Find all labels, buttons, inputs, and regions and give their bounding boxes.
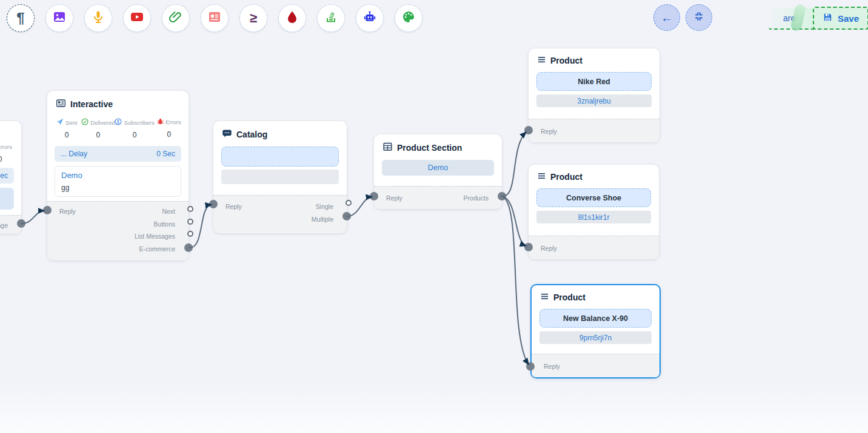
floppy-disk-icon (823, 12, 833, 24)
edge-products-to-product-1[interactable] (502, 132, 526, 196)
output-label-buttons: Buttons (153, 220, 189, 228)
product-name-box[interactable]: Nike Red (536, 72, 652, 91)
node-product-3[interactable]: Product New Balance X-90 9prn5rji7n Repl… (530, 284, 661, 378)
product-retailer-id-box[interactable]: 9prn5rji7n (539, 331, 652, 344)
toolbar-item-file[interactable] (162, 4, 190, 32)
save-button-label: Save (838, 13, 859, 24)
input-handle-reply[interactable] (526, 362, 535, 371)
product-retailer-id-box[interactable]: 3znaljrebu (536, 94, 652, 107)
input-handle-reply[interactable] (524, 243, 533, 251)
toolbar-item-template[interactable] (201, 4, 229, 32)
input-label-reply: Reply (532, 363, 560, 370)
news-card-icon (207, 10, 222, 27)
input-handle-reply[interactable] (370, 192, 378, 200)
catalog-body-input[interactable] (221, 147, 339, 167)
delay-row[interactable]: 0 Sec (0, 168, 14, 183)
node-title: Product Section (397, 143, 462, 153)
node-title-row: Product Section (374, 134, 502, 154)
product-name-box[interactable]: Converse Shoe (536, 188, 651, 207)
stat-value: 0 (155, 130, 184, 139)
stat-sent: Sent 0 (52, 118, 81, 139)
flow-canvas[interactable]: ¶ ≥ ← (0, 0, 868, 433)
stat-value: 0 (115, 131, 154, 139)
output-handle-single[interactable] (346, 200, 352, 206)
section-name-box[interactable]: Demo (382, 160, 494, 176)
interactive-card-icon (56, 98, 66, 110)
edge-products-to-product-3[interactable] (502, 196, 529, 365)
node-product-1[interactable]: Product Nike Red 3znaljrebu Reply (529, 48, 659, 142)
output-label-list-messages: List Messages (135, 233, 189, 240)
hamburger-icon (537, 55, 546, 66)
output-handle-multiple[interactable] (342, 212, 351, 220)
stat-errors: Errors 0 (0, 143, 16, 164)
stats-row: Sent 0 Delivered 0 Subscribers 0 (47, 110, 189, 139)
toolbar-item-video[interactable] (123, 4, 151, 32)
node-interactive[interactable]: Interactive Sent 0 Delivered 0 (47, 91, 189, 260)
fit-view-button[interactable] (686, 4, 712, 31)
product-name: Nike Red (578, 78, 610, 86)
stat-value: 0 (52, 131, 81, 139)
node-catalog[interactable]: Catalog Reply Single Multiple (213, 121, 347, 233)
node-product-2[interactable]: Product Converse Shoe 8l1s1kir1r Reply (529, 165, 659, 259)
input-label-reply: Reply (374, 194, 402, 202)
output-handle-buttons[interactable] (187, 219, 193, 225)
output-label-multiple: Multiple (312, 216, 347, 223)
node-title: Product (553, 293, 586, 302)
paperclip-icon (169, 10, 183, 27)
input-handle-reply[interactable] (43, 206, 52, 214)
node-title-row: Product (529, 48, 659, 66)
stat-delivered: Delivered 0 (81, 118, 115, 139)
message-content-box[interactable]: Demo gg (55, 166, 181, 197)
node-footer: Reply (532, 354, 659, 377)
input-label-reply: Reply (529, 128, 557, 135)
toolbar-item-bot[interactable] (356, 4, 384, 32)
message-content-box[interactable] (0, 188, 14, 210)
toolbar-item-audio[interactable] (84, 4, 112, 32)
node-title: Product (550, 172, 583, 182)
stat-label: Subscribers (124, 119, 154, 126)
edge-products-to-product-2[interactable] (502, 196, 526, 246)
delay-label: ... Delay (61, 150, 87, 158)
save-button[interactable]: Save (813, 7, 868, 30)
chat-bubble-icon (222, 128, 232, 140)
output-handle-list-messages[interactable] (187, 231, 193, 237)
stat-label: Errors (0, 144, 12, 150)
toolbar-item-sequence[interactable] (317, 4, 345, 32)
message-title: Demo (61, 171, 175, 180)
output-handle-products[interactable] (498, 192, 506, 200)
delay-row[interactable]: ... Delay 0 Sec (55, 146, 181, 162)
output-handle-message[interactable] (17, 219, 25, 228)
toolbar-item-condition[interactable]: ≥ (239, 4, 267, 32)
toolbar-item-theme[interactable] (395, 4, 422, 32)
input-handle-reply[interactable] (524, 126, 533, 134)
toolbar-item-image[interactable] (45, 4, 73, 32)
pilcrow-icon: ¶ (16, 11, 24, 25)
product-retailer-id-box[interactable]: 8l1s1kir1r (536, 211, 651, 223)
output-label-next: Next (162, 208, 189, 215)
stack-icon (324, 10, 338, 27)
stat-label: Delivered (90, 119, 115, 126)
output-handle-ecommerce[interactable] (184, 243, 193, 252)
node-title-row: Product (532, 285, 659, 303)
node-title: Product (550, 56, 583, 65)
back-button[interactable]: ← (653, 4, 680, 31)
output-label-single: Single (316, 203, 347, 210)
product-name-box[interactable]: New Balance X-90 (539, 309, 652, 328)
input-handle-reply[interactable] (209, 200, 218, 208)
output-handle-next[interactable] (187, 206, 193, 212)
bug-icon (157, 118, 164, 126)
stat-value: 0 (81, 131, 115, 139)
node-footer: Reply (529, 236, 659, 259)
product-name: New Balance X-90 (563, 314, 628, 323)
node-footer: Reply Products (374, 186, 502, 209)
product-retailer-id: 8l1s1kir1r (578, 213, 609, 222)
catalog-footer-input[interactable] (221, 170, 339, 184)
node-message-partial[interactable]: Errors 0 0 Sec Message (0, 121, 21, 234)
stat-subscribers: Subscribers 0 (115, 118, 154, 139)
node-product-section[interactable]: Product Section Demo Reply Products (374, 134, 502, 209)
toolbar-item-drip[interactable] (278, 4, 306, 32)
product-retailer-id: 9prn5rji7n (579, 334, 612, 342)
stat-errors: Errors 0 (155, 118, 184, 139)
product-name: Converse Shoe (566, 194, 621, 202)
toolbar-item-text[interactable]: ¶ (7, 4, 35, 32)
